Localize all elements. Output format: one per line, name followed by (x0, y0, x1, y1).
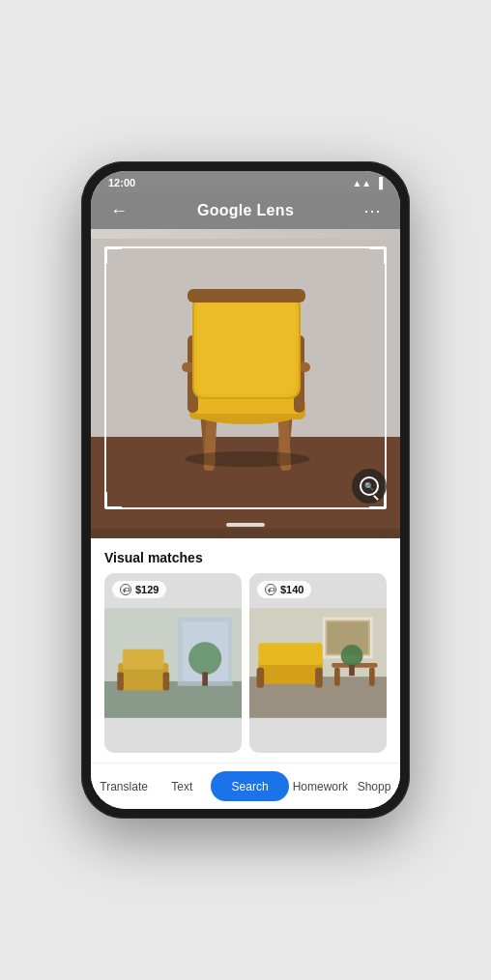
lens-icon-symbol: 🔍 (364, 482, 374, 491)
price-1: $129 (135, 584, 159, 595)
results-area: Visual matches (91, 538, 400, 763)
svg-rect-24 (123, 649, 164, 670)
phone-frame: 12:00 ▲▲ ▐ ← Google Lens ⋯ (81, 161, 410, 819)
status-time: 12:00 (108, 177, 135, 188)
svg-rect-42 (349, 665, 355, 676)
match-card-1-image (104, 573, 242, 753)
status-icons: ▲▲ ▐ (352, 177, 383, 188)
price-badge-2: 🏷 $140 (257, 581, 311, 598)
svg-point-18 (185, 451, 310, 467)
title-prefix: Google (197, 202, 257, 218)
match-card-2[interactable]: 🏷 $140 (249, 573, 387, 753)
lens-search-button[interactable]: 🔍 (352, 469, 387, 504)
price-badge-1: 🏷 $129 (112, 581, 166, 598)
price-icon-1: 🏷 (120, 584, 131, 595)
phone-screen: 12:00 ▲▲ ▐ ← Google Lens ⋯ (91, 171, 400, 809)
match-card-2-image (249, 573, 387, 753)
visual-matches-header: Visual matches (91, 538, 400, 573)
svg-rect-16 (197, 300, 296, 394)
tab-shopping[interactable]: Shopp (352, 764, 396, 809)
camera-area: 🔍 (91, 229, 400, 538)
svg-point-41 (341, 645, 363, 667)
matches-grid: 🏷 $129 (91, 573, 400, 763)
svg-rect-40 (315, 668, 323, 688)
back-button[interactable]: ← (104, 201, 133, 221)
svg-rect-35 (334, 668, 340, 686)
tab-text[interactable]: Text (153, 764, 211, 809)
price-icon-2: 🏷 (265, 584, 276, 595)
price-2: $140 (280, 584, 303, 595)
match-card-1[interactable]: 🏷 $129 (104, 573, 242, 753)
title-bold: Lens (257, 202, 295, 218)
svg-rect-28 (202, 672, 208, 685)
tab-homework[interactable]: Homework (289, 764, 352, 809)
lens-icon: 🔍 (360, 476, 379, 496)
battery-icon: ▐ (375, 177, 383, 188)
top-bar: ← Google Lens ⋯ (91, 192, 400, 229)
tab-search[interactable]: Search (211, 771, 288, 801)
svg-rect-39 (257, 668, 265, 688)
more-button[interactable]: ⋯ (358, 200, 387, 221)
status-bar: 12:00 ▲▲ ▐ (91, 171, 400, 192)
svg-rect-26 (163, 672, 170, 690)
svg-rect-25 (117, 672, 124, 690)
drag-handle[interactable] (226, 523, 265, 527)
app-title: Google Lens (197, 202, 294, 219)
signal-icon: ▲▲ (352, 178, 371, 188)
svg-rect-17 (188, 289, 305, 303)
svg-rect-36 (369, 668, 375, 686)
bottom-tabs: Translate Text Search Homework Shopp (91, 763, 400, 809)
svg-rect-38 (258, 643, 322, 665)
tab-translate[interactable]: Translate (95, 764, 153, 809)
svg-point-27 (188, 642, 221, 675)
